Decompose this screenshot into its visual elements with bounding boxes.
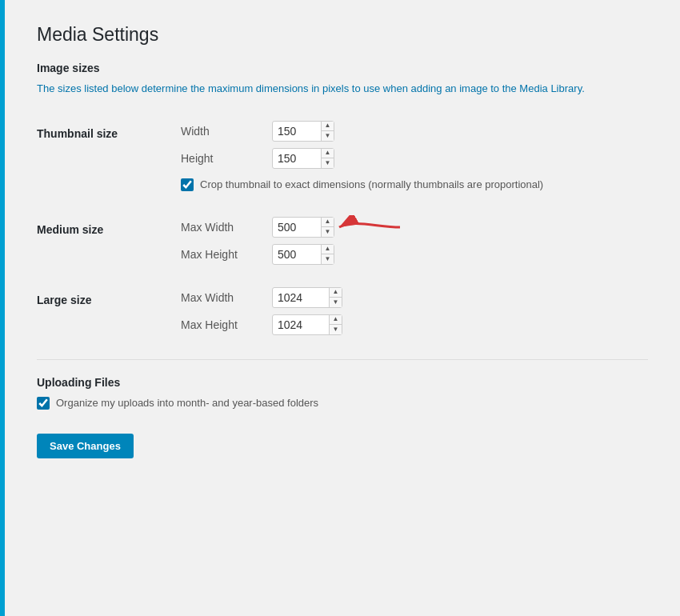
medium-height-up[interactable]: ▲ [322,245,334,255]
save-changes-button[interactable]: Save Changes [37,434,134,458]
large-size-row: Large size Max Width ▲ ▼ Max He [37,282,648,340]
medium-width-input-wrapper: ▲ ▼ [272,217,334,238]
thumbnail-height-up[interactable]: ▲ [322,149,334,159]
section-divider [37,359,648,360]
large-height-up[interactable]: ▲ [330,315,342,326]
thumbnail-height-label: Height [181,152,261,165]
thumbnail-height-spinner: ▲ ▼ [321,149,334,168]
crop-label: Crop thumbnail to exact dimensions (norm… [200,178,543,190]
large-width-line: Max Width ▲ ▼ [181,287,648,308]
thumbnail-width-down[interactable]: ▼ [322,131,334,141]
medium-height-down[interactable]: ▼ [322,254,334,264]
thumbnail-width-input[interactable] [273,122,321,141]
large-width-label: Max Width [181,291,261,304]
large-width-spinner: ▲ ▼ [329,288,342,307]
medium-width-label: Max Width [181,221,261,234]
large-width-up[interactable]: ▲ [330,288,342,298]
image-sizes-section: Image sizes The sizes listed below deter… [37,62,648,340]
medium-height-line: Max Height ▲ ▼ [181,244,648,265]
large-height-label: Max Height [181,318,261,331]
medium-width-arrow-wrapper: ▲ ▼ [272,217,334,238]
thumbnail-fields: Width ▲ ▼ Height [181,121,648,194]
organize-checkbox-row: Organize my uploads into month- and year… [37,397,648,410]
medium-height-label: Max Height [181,248,261,261]
medium-width-spinner: ▲ ▼ [321,218,334,237]
medium-label: Medium size [37,217,181,236]
medium-height-input[interactable] [273,245,321,264]
thumbnail-height-down[interactable]: ▼ [322,158,334,168]
organize-label: Organize my uploads into month- and year… [56,397,318,409]
large-label: Large size [37,287,181,306]
thumbnail-label: Thumbnail size [37,121,181,140]
medium-size-row: Medium size Max Width ▲ ▼ [37,212,648,270]
medium-fields: Max Width ▲ ▼ [181,217,648,265]
large-height-input-wrapper: ▲ ▼ [272,314,342,335]
thumbnail-size-row: Thumbnail size Width ▲ ▼ Height [37,116,648,199]
main-content: Media Settings Image sizes The sizes lis… [5,0,680,616]
large-width-down[interactable]: ▼ [330,298,342,307]
medium-height-spinner: ▲ ▼ [321,245,334,264]
large-height-down[interactable]: ▼ [330,325,342,334]
large-height-line: Max Height ▲ ▼ [181,314,648,335]
image-sizes-info: The sizes listed below determine the max… [37,81,648,97]
red-arrow-annotation [338,215,402,239]
thumbnail-width-label: Width [181,125,261,138]
page-wrapper: Media Settings Image sizes The sizes lis… [0,0,680,616]
large-height-input[interactable] [273,315,329,334]
medium-width-up[interactable]: ▲ [322,218,334,228]
uploading-section: Uploading Files Organize my uploads into… [37,376,648,410]
page-title: Media Settings [37,24,648,46]
thumbnail-height-input-wrapper: ▲ ▼ [272,148,334,169]
large-height-spinner: ▲ ▼ [329,315,342,334]
medium-width-input[interactable] [273,218,321,237]
organize-checkbox[interactable] [37,397,50,410]
uploading-heading: Uploading Files [37,376,648,389]
thumbnail-height-input[interactable] [273,149,321,168]
crop-checkbox[interactable] [181,178,194,191]
medium-width-line: Max Width ▲ ▼ [181,217,648,238]
medium-height-input-wrapper: ▲ ▼ [272,244,334,265]
large-fields: Max Width ▲ ▼ Max Height [181,287,648,335]
thumbnail-width-spinner: ▲ ▼ [321,122,334,141]
thumbnail-height-line: Height ▲ ▼ [181,148,648,169]
medium-width-down[interactable]: ▼ [322,227,334,237]
thumbnail-width-input-wrapper: ▲ ▼ [272,121,334,142]
large-width-input[interactable] [273,288,329,307]
large-width-input-wrapper: ▲ ▼ [272,287,342,308]
thumbnail-width-line: Width ▲ ▼ [181,121,648,142]
thumbnail-width-up[interactable]: ▲ [322,122,334,132]
crop-checkbox-row: Crop thumbnail to exact dimensions (norm… [181,178,648,191]
image-sizes-heading: Image sizes [37,62,648,74]
